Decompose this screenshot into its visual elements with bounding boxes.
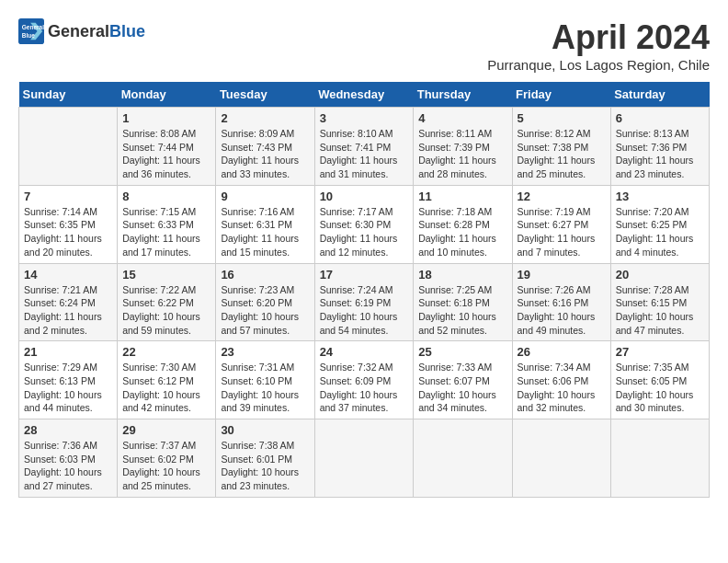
- calendar-table: SundayMondayTuesdayWednesdayThursdayFrid…: [18, 82, 710, 498]
- calendar-cell: 9Sunrise: 7:16 AMSunset: 6:31 PMDaylight…: [216, 185, 314, 263]
- day-header-wednesday: Wednesday: [314, 82, 414, 108]
- day-number: 14: [24, 268, 112, 282]
- day-info: Sunrise: 7:23 AMSunset: 6:20 PMDaylight:…: [221, 283, 309, 338]
- day-header-row: SundayMondayTuesdayWednesdayThursdayFrid…: [19, 82, 710, 108]
- calendar-cell: 27Sunrise: 7:35 AMSunset: 6:05 PMDayligh…: [610, 341, 709, 419]
- day-info: Sunrise: 8:10 AMSunset: 7:41 PMDaylight:…: [320, 127, 409, 181]
- day-info: Sunrise: 7:33 AMSunset: 6:07 PMDaylight:…: [418, 361, 506, 415]
- calendar-cell: 2Sunrise: 8:09 AMSunset: 7:43 PMDaylight…: [216, 108, 314, 186]
- day-info: Sunrise: 8:08 AMSunset: 7:44 PMDaylight:…: [122, 127, 210, 181]
- calendar-cell: 3Sunrise: 8:10 AMSunset: 7:41 PMDaylight…: [314, 108, 414, 186]
- calendar-cell: [19, 108, 118, 186]
- svg-text:Blue: Blue: [22, 32, 35, 39]
- day-info: Sunrise: 7:14 AMSunset: 6:35 PMDaylight:…: [24, 205, 112, 259]
- day-info: Sunrise: 7:18 AMSunset: 6:28 PMDaylight:…: [418, 205, 506, 259]
- page-header: General Blue GeneralBlue April 2024 Purr…: [18, 18, 710, 73]
- week-row-1: 1Sunrise: 8:08 AMSunset: 7:44 PMDaylight…: [19, 108, 710, 186]
- calendar-cell: 16Sunrise: 7:23 AMSunset: 6:20 PMDayligh…: [216, 263, 314, 341]
- logo-text: GeneralBlue: [48, 22, 145, 41]
- day-info: Sunrise: 7:29 AMSunset: 6:13 PMDaylight:…: [24, 361, 112, 415]
- day-number: 22: [122, 345, 210, 359]
- day-info: Sunrise: 7:34 AMSunset: 6:06 PMDaylight:…: [518, 361, 606, 415]
- calendar-cell: [512, 419, 610, 498]
- day-number: 24: [320, 345, 409, 359]
- day-number: 9: [221, 190, 309, 203]
- day-info: Sunrise: 7:36 AMSunset: 6:03 PMDaylight:…: [24, 439, 112, 493]
- calendar-cell: 30Sunrise: 7:38 AMSunset: 6:01 PMDayligh…: [216, 419, 314, 498]
- calendar-cell: 5Sunrise: 8:12 AMSunset: 7:38 PMDaylight…: [512, 108, 610, 186]
- day-info: Sunrise: 7:20 AMSunset: 6:25 PMDaylight:…: [616, 205, 704, 259]
- calendar-cell: 21Sunrise: 7:29 AMSunset: 6:13 PMDayligh…: [19, 341, 118, 419]
- day-info: Sunrise: 8:13 AMSunset: 7:36 PMDaylight:…: [616, 127, 704, 181]
- day-info: Sunrise: 7:28 AMSunset: 6:15 PMDaylight:…: [616, 283, 704, 338]
- day-number: 30: [221, 423, 309, 437]
- day-number: 11: [418, 190, 506, 203]
- day-number: 10: [320, 190, 409, 203]
- day-number: 25: [418, 345, 506, 359]
- day-number: 1: [122, 111, 210, 125]
- day-info: Sunrise: 7:19 AMSunset: 6:27 PMDaylight:…: [518, 205, 606, 259]
- day-info: Sunrise: 8:09 AMSunset: 7:43 PMDaylight:…: [221, 127, 309, 181]
- day-info: Sunrise: 7:26 AMSunset: 6:16 PMDaylight:…: [518, 283, 606, 338]
- day-info: Sunrise: 7:22 AMSunset: 6:22 PMDaylight:…: [122, 283, 210, 338]
- day-info: Sunrise: 8:12 AMSunset: 7:38 PMDaylight:…: [518, 127, 606, 181]
- day-number: 8: [122, 190, 210, 203]
- day-info: Sunrise: 7:15 AMSunset: 6:33 PMDaylight:…: [122, 205, 210, 259]
- week-row-3: 14Sunrise: 7:21 AMSunset: 6:24 PMDayligh…: [19, 263, 710, 341]
- day-header-friday: Friday: [512, 82, 610, 108]
- day-info: Sunrise: 7:35 AMSunset: 6:05 PMDaylight:…: [616, 361, 704, 415]
- calendar-cell: [610, 419, 709, 498]
- day-number: 5: [518, 111, 606, 125]
- day-number: 26: [518, 345, 606, 359]
- logo: General Blue GeneralBlue: [18, 18, 145, 44]
- calendar-cell: 26Sunrise: 7:34 AMSunset: 6:06 PMDayligh…: [512, 341, 610, 419]
- day-info: Sunrise: 7:16 AMSunset: 6:31 PMDaylight:…: [221, 205, 309, 259]
- calendar-cell: 24Sunrise: 7:32 AMSunset: 6:09 PMDayligh…: [314, 341, 414, 419]
- day-number: 16: [221, 268, 309, 282]
- calendar-cell: 22Sunrise: 7:30 AMSunset: 6:12 PMDayligh…: [118, 341, 216, 419]
- day-number: 15: [122, 268, 210, 282]
- day-number: 21: [24, 345, 112, 359]
- week-row-4: 21Sunrise: 7:29 AMSunset: 6:13 PMDayligh…: [19, 341, 710, 419]
- calendar-cell: 8Sunrise: 7:15 AMSunset: 6:33 PMDaylight…: [118, 185, 216, 263]
- calendar-cell: 23Sunrise: 7:31 AMSunset: 6:10 PMDayligh…: [216, 341, 314, 419]
- calendar-cell: 14Sunrise: 7:21 AMSunset: 6:24 PMDayligh…: [19, 263, 118, 341]
- day-number: 28: [24, 423, 112, 437]
- day-info: Sunrise: 7:32 AMSunset: 6:09 PMDaylight:…: [320, 361, 409, 415]
- day-header-saturday: Saturday: [610, 82, 709, 108]
- calendar-cell: [414, 419, 512, 498]
- day-number: 2: [221, 111, 309, 125]
- day-number: 3: [320, 111, 409, 125]
- day-number: 6: [616, 111, 704, 125]
- calendar-cell: 17Sunrise: 7:24 AMSunset: 6:19 PMDayligh…: [314, 263, 414, 341]
- calendar-cell: 11Sunrise: 7:18 AMSunset: 6:28 PMDayligh…: [414, 185, 512, 263]
- calendar-cell: 19Sunrise: 7:26 AMSunset: 6:16 PMDayligh…: [512, 263, 610, 341]
- week-row-2: 7Sunrise: 7:14 AMSunset: 6:35 PMDaylight…: [19, 185, 710, 263]
- calendar-cell: 28Sunrise: 7:36 AMSunset: 6:03 PMDayligh…: [19, 419, 118, 498]
- calendar-cell: 12Sunrise: 7:19 AMSunset: 6:27 PMDayligh…: [512, 185, 610, 263]
- day-header-tuesday: Tuesday: [216, 82, 314, 108]
- calendar-cell: 7Sunrise: 7:14 AMSunset: 6:35 PMDaylight…: [19, 185, 118, 263]
- calendar-cell: 1Sunrise: 8:08 AMSunset: 7:44 PMDaylight…: [118, 108, 216, 186]
- calendar-cell: 10Sunrise: 7:17 AMSunset: 6:30 PMDayligh…: [314, 185, 414, 263]
- day-number: 23: [221, 345, 309, 359]
- day-info: Sunrise: 7:30 AMSunset: 6:12 PMDaylight:…: [122, 361, 210, 415]
- calendar-cell: 25Sunrise: 7:33 AMSunset: 6:07 PMDayligh…: [414, 341, 512, 419]
- day-number: 4: [418, 111, 506, 125]
- day-info: Sunrise: 7:21 AMSunset: 6:24 PMDaylight:…: [24, 283, 112, 338]
- day-info: Sunrise: 7:24 AMSunset: 6:19 PMDaylight:…: [320, 283, 409, 338]
- calendar-cell: 15Sunrise: 7:22 AMSunset: 6:22 PMDayligh…: [118, 263, 216, 341]
- day-info: Sunrise: 7:31 AMSunset: 6:10 PMDaylight:…: [221, 361, 309, 415]
- day-info: Sunrise: 8:11 AMSunset: 7:39 PMDaylight:…: [418, 127, 506, 181]
- day-header-monday: Monday: [118, 82, 216, 108]
- day-number: 12: [518, 190, 606, 203]
- day-number: 29: [122, 423, 210, 437]
- calendar-cell: 6Sunrise: 8:13 AMSunset: 7:36 PMDaylight…: [610, 108, 709, 186]
- svg-text:General: General: [22, 24, 44, 30]
- day-info: Sunrise: 7:38 AMSunset: 6:01 PMDaylight:…: [221, 439, 309, 493]
- day-number: 17: [320, 268, 409, 282]
- week-row-5: 28Sunrise: 7:36 AMSunset: 6:03 PMDayligh…: [19, 419, 710, 498]
- calendar-cell: 18Sunrise: 7:25 AMSunset: 6:18 PMDayligh…: [414, 263, 512, 341]
- day-header-sunday: Sunday: [19, 82, 118, 108]
- calendar-cell: 29Sunrise: 7:37 AMSunset: 6:02 PMDayligh…: [118, 419, 216, 498]
